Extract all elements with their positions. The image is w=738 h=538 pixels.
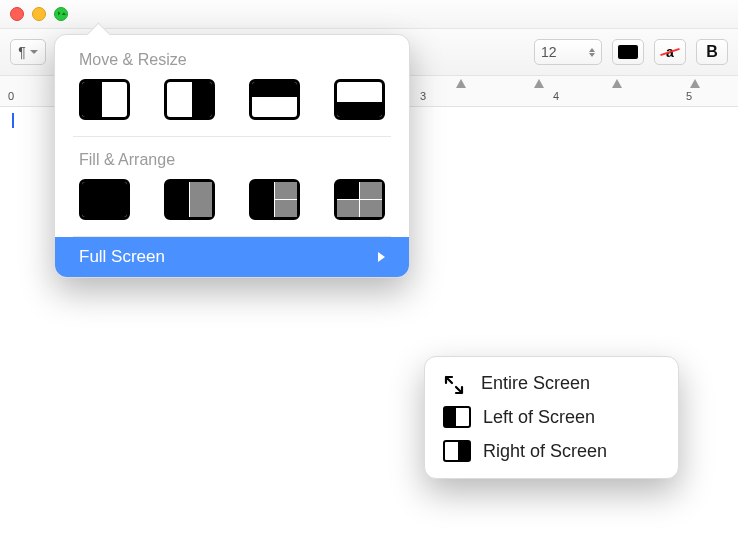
tile-right-half[interactable] bbox=[164, 79, 215, 120]
font-size-stepper[interactable]: 12 bbox=[534, 39, 602, 65]
font-size-value: 12 bbox=[541, 44, 557, 60]
tile-quad[interactable] bbox=[334, 179, 385, 220]
tile-bottom-half[interactable] bbox=[334, 79, 385, 120]
expand-arrows-icon bbox=[443, 374, 469, 394]
ruler-number: 5 bbox=[686, 90, 692, 102]
fullscreen-menu-item[interactable]: Full Screen bbox=[55, 237, 409, 277]
submenu-label: Right of Screen bbox=[483, 441, 607, 462]
bold-button[interactable]: B bbox=[696, 39, 728, 65]
tile-fill[interactable] bbox=[79, 179, 130, 220]
fullscreen-label: Full Screen bbox=[79, 247, 165, 267]
minimize-button[interactable] bbox=[32, 7, 46, 21]
ruler-number: 3 bbox=[420, 90, 426, 102]
tab-stop-icon[interactable] bbox=[534, 79, 544, 88]
paragraph-style-dropdown[interactable]: ¶ bbox=[10, 39, 46, 65]
submenu-label: Entire Screen bbox=[481, 373, 590, 394]
section-label-fill: Fill & Arrange bbox=[55, 149, 409, 179]
tab-stop-icon[interactable] bbox=[612, 79, 622, 88]
submenu-entire-screen[interactable]: Entire Screen bbox=[425, 367, 678, 400]
ruler-number: 0 bbox=[8, 90, 14, 102]
tile-top-half[interactable] bbox=[249, 79, 300, 120]
submenu-label: Left of Screen bbox=[483, 407, 595, 428]
window-tile-popover: Move & Resize Fill & Arrange Full Screen bbox=[54, 34, 410, 278]
text-cursor bbox=[12, 113, 14, 128]
right-half-icon bbox=[443, 440, 471, 462]
ruler-number: 4 bbox=[553, 90, 559, 102]
section-label-move: Move & Resize bbox=[55, 49, 409, 79]
fill-arrange-row bbox=[55, 179, 409, 236]
move-resize-row bbox=[55, 79, 409, 136]
zoom-button[interactable] bbox=[54, 7, 68, 21]
left-half-icon bbox=[443, 406, 471, 428]
submenu-right-of-screen[interactable]: Right of Screen bbox=[425, 434, 678, 468]
window: ¶ 12 a B 0 3 4 5 Move & Resize bbox=[0, 0, 738, 538]
close-button[interactable] bbox=[10, 7, 24, 21]
titlebar bbox=[0, 0, 738, 29]
chevron-right-icon bbox=[378, 252, 385, 262]
fullscreen-submenu: Entire Screen Left of Screen Right of Sc… bbox=[424, 356, 679, 479]
text-color-swatch[interactable] bbox=[612, 39, 644, 65]
clear-formatting-button[interactable]: a bbox=[654, 39, 686, 65]
tile-left-fill[interactable] bbox=[164, 179, 215, 220]
tile-left-half[interactable] bbox=[79, 79, 130, 120]
tab-stop-icon[interactable] bbox=[456, 79, 466, 88]
tile-three[interactable] bbox=[249, 179, 300, 220]
submenu-left-of-screen[interactable]: Left of Screen bbox=[425, 400, 678, 434]
tab-stop-icon[interactable] bbox=[690, 79, 700, 88]
